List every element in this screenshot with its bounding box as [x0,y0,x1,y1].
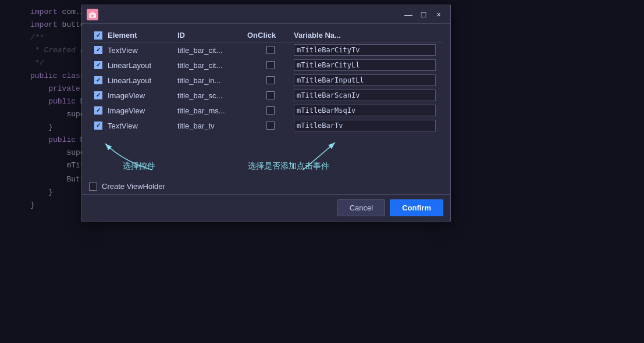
annotation-arrow-1 [94,138,210,178]
dialog-titlebar: — □ × [82,5,450,24]
row-onclick-checkbox[interactable] [266,46,275,54]
row-element: LinearLayout [108,76,177,85]
dialog-footer: Cancel Confirm [82,194,450,221]
col-header-onclick: OnClick [247,31,294,40]
row-element: LinearLayout [108,61,177,70]
minimize-button[interactable]: — [401,9,415,20]
row-id: title_bar_tv [177,122,247,130]
row-checkbox[interactable] [94,91,102,99]
row-onclick-checkbox[interactable] [266,91,275,99]
col-header-varname: Variable Na... [294,31,443,40]
row-checkbox[interactable] [94,76,102,84]
row-varname-input[interactable] [294,44,436,56]
row-id: title_bar_sc... [177,91,247,100]
row-checkbox[interactable] [94,61,102,69]
row-onclick-checkbox[interactable] [266,122,275,130]
confirm-button[interactable]: Confirm [390,199,443,216]
check-all-checkbox[interactable] [94,31,102,40]
svg-point-2 [91,15,94,17]
table-row: LinearLayout title_bar_cit... [89,58,443,73]
row-varname-input[interactable] [294,90,436,101]
create-viewholder-checkbox[interactable] [89,183,97,191]
row-checkbox[interactable] [94,46,102,54]
row-onclick-checkbox[interactable] [266,76,275,84]
table-row: ImageView title_bar_ms... [89,103,443,118]
cancel-button[interactable]: Cancel [337,199,385,216]
table-row: LinearLayout title_bar_in... [89,73,443,88]
table-row: TextView title_bar_cit... [89,42,443,58]
row-varname-input[interactable] [294,59,436,71]
row-element: TextView [108,122,177,130]
row-element: TextView [108,46,177,55]
row-element: ImageView [108,91,177,100]
row-onclick-checkbox[interactable] [266,106,275,115]
row-checkbox[interactable] [94,122,102,130]
table-header: Element ID OnClick Variable Na... [89,28,443,42]
row-id: title_bar_ms... [177,106,247,115]
row-id: title_bar_cit... [177,61,247,70]
svg-rect-1 [91,12,94,15]
dialog-icon [87,9,98,20]
table-row: ImageView title_bar_sc... [89,88,443,103]
maximize-button[interactable]: □ [417,9,430,20]
row-element: ImageView [108,106,177,115]
row-varname-input[interactable] [294,74,436,86]
annotation-area: 选择控件 选择是否添加点击事件 [82,138,450,178]
col-header-element: Element [108,31,177,40]
row-varname-input[interactable] [294,120,436,131]
create-viewholder-label: Create ViewHolder [102,182,165,191]
row-checkbox[interactable] [94,106,102,115]
row-id: title_bar_in... [177,76,247,85]
row-id: title_bar_cit... [177,46,247,55]
col-header-id: ID [177,31,247,40]
close-button[interactable]: × [432,9,446,20]
row-varname-input[interactable] [294,105,436,116]
annotation-arrow-2 [245,138,419,178]
table-row: TextView title_bar_tv [89,118,443,133]
row-onclick-checkbox[interactable] [266,61,275,69]
annotation-label-2: 选择是否添加点击事件 [248,161,329,172]
table-container: Element ID OnClick Variable Na... TextVi… [82,24,450,138]
dialog: — □ × Element ID OnClick Variable Na... … [81,5,451,221]
create-viewholder-row: Create ViewHolder [82,178,450,194]
annotation-label-1: 选择控件 [123,161,155,172]
